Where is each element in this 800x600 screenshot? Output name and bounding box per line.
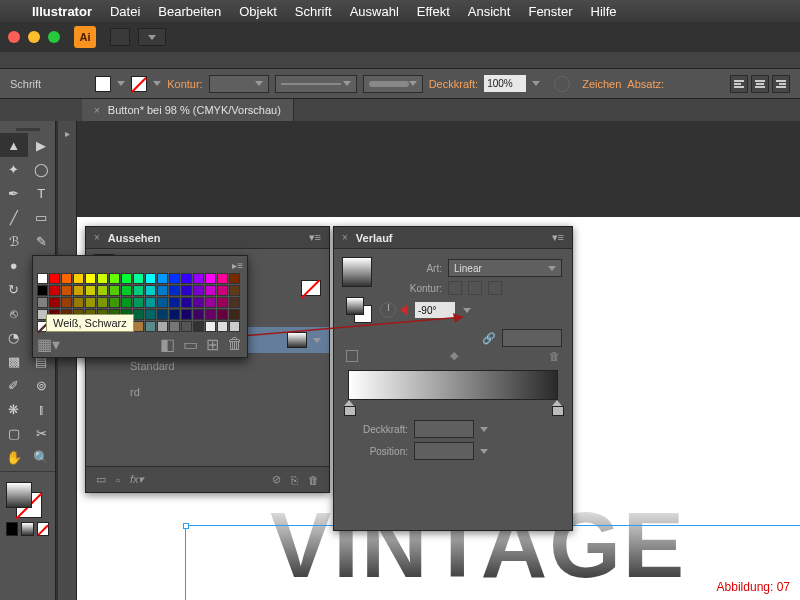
gradient-ramp[interactable] (348, 370, 558, 400)
align-left-button[interactable] (730, 75, 748, 93)
swatch-cell[interactable] (37, 297, 48, 308)
swatch-cell[interactable] (193, 321, 204, 332)
minimize-button[interactable] (28, 31, 40, 43)
blend-tool[interactable]: ⊚ (28, 373, 56, 397)
swatch-cell[interactable] (205, 297, 216, 308)
flaeche-swatch[interactable] (287, 332, 307, 348)
swatch-cell[interactable] (109, 273, 120, 284)
swatch-cell[interactable] (217, 285, 228, 296)
swatch-cell[interactable] (97, 285, 108, 296)
tab-close-icon[interactable]: × (94, 105, 100, 116)
zoom-tool[interactable]: 🔍 (28, 445, 56, 469)
swatch-cell[interactable] (157, 273, 168, 284)
grad-position-dd[interactable] (480, 449, 488, 454)
delete-button[interactable]: 🗑 (308, 474, 319, 486)
panel-close-icon-2[interactable]: × (342, 232, 348, 243)
menu-effekt[interactable]: Effekt (417, 4, 450, 19)
appearance-panel-header[interactable]: × Aussehen ▾≡ (86, 227, 329, 249)
swatch-cell[interactable] (229, 321, 240, 332)
align-right-button[interactable] (772, 75, 790, 93)
panel-close-icon[interactable]: × (94, 232, 100, 243)
artboard-tool[interactable]: ▢ (0, 421, 28, 445)
layout-dropdown[interactable] (138, 28, 166, 46)
selection-tool[interactable]: ▲ (0, 133, 28, 157)
color-mode-btn[interactable] (6, 522, 18, 536)
clear-button[interactable]: ⊘ (272, 473, 281, 486)
swatch-cell[interactable] (49, 285, 60, 296)
stroke-swatch[interactable] (131, 76, 147, 92)
swatch-cell[interactable] (133, 297, 144, 308)
stroke-grad-btn-2[interactable] (468, 281, 482, 295)
delete-swatch-button[interactable]: 🗑 (227, 335, 243, 353)
swatch-cell[interactable] (49, 273, 60, 284)
duplicate-button[interactable]: ⎘ (291, 474, 298, 486)
swatch-cell[interactable] (97, 273, 108, 284)
swatch-cell[interactable] (217, 309, 228, 320)
swatch-cell[interactable] (193, 309, 204, 320)
brush-tool[interactable]: ℬ (0, 229, 28, 253)
swatch-cell[interactable] (205, 321, 216, 332)
swatch-cell[interactable] (169, 309, 180, 320)
stroke-grad-btn-1[interactable] (448, 281, 462, 295)
panel-menu-icon-2[interactable]: ▾≡ (552, 231, 564, 244)
menu-objekt[interactable]: Objekt (239, 4, 277, 19)
swatch-cell[interactable] (145, 273, 156, 284)
close-button[interactable] (8, 31, 20, 43)
gradient-mode-btn[interactable] (21, 522, 33, 536)
swatch-cell[interactable] (217, 273, 228, 284)
swatch-cell[interactable] (205, 309, 216, 320)
swatch-cell[interactable] (205, 273, 216, 284)
selection-bounding-box[interactable] (185, 525, 800, 600)
swatches-menu-icon[interactable]: ▸≡ (232, 260, 243, 271)
flaeche-swatch-dd[interactable] (313, 338, 321, 343)
type-tool[interactable]: T (28, 181, 56, 205)
swatch-cell[interactable] (133, 309, 144, 320)
vw-profile-dd[interactable] (363, 75, 423, 93)
opacity-dd-icon[interactable] (532, 81, 540, 86)
new-stroke-button[interactable]: ▫ (116, 474, 120, 486)
swatch-cell[interactable] (157, 321, 168, 332)
swatch-cell[interactable] (61, 297, 72, 308)
swatch-cell[interactable] (121, 273, 132, 284)
menu-ansicht[interactable]: Ansicht (468, 4, 511, 19)
stroke-weight-dd[interactable] (209, 75, 269, 93)
swatch-cell[interactable] (73, 297, 84, 308)
swatch-cell[interactable] (181, 297, 192, 308)
swatch-cell[interactable] (85, 273, 96, 284)
grad-opacity-input[interactable] (414, 420, 474, 438)
gradient-preview-swatch[interactable] (342, 257, 372, 287)
lasso-tool[interactable]: ◯ (28, 157, 56, 181)
kontur-swatch[interactable] (301, 280, 321, 296)
swatch-options-button[interactable]: ◧ (160, 335, 175, 354)
zoom-button[interactable] (48, 31, 60, 43)
gradient-stop-1[interactable] (344, 400, 354, 412)
menu-fenster[interactable]: Fenster (528, 4, 572, 19)
swatch-cell[interactable] (181, 285, 192, 296)
none-mode-btn[interactable] (37, 522, 49, 536)
opacity-input[interactable]: 100% (484, 75, 526, 92)
width-tool[interactable]: ⎋ (0, 301, 28, 325)
menu-auswahl[interactable]: Auswahl (350, 4, 399, 19)
swatch-cell[interactable] (133, 273, 144, 284)
swatch-cell[interactable] (157, 309, 168, 320)
new-swatch-button[interactable]: ⊞ (206, 335, 219, 354)
shape-builder-tool[interactable]: ◔ (0, 325, 28, 349)
swatch-cell[interactable] (181, 273, 192, 284)
swatch-cell[interactable] (217, 321, 228, 332)
graph-tool[interactable]: ⫿ (28, 397, 56, 421)
recolor-button[interactable] (554, 76, 570, 92)
appearance-extra-row[interactable]: rd (86, 379, 329, 405)
menu-hilfe[interactable]: Hilfe (591, 4, 617, 19)
symbol-spray-tool[interactable]: ❋ (0, 397, 28, 421)
delete-stop-button[interactable]: 🗑 (549, 350, 560, 362)
sel-handle-nw[interactable] (183, 523, 189, 529)
swatch-cell[interactable] (181, 321, 192, 332)
swatch-cell[interactable] (133, 285, 144, 296)
swatch-cell[interactable] (181, 309, 192, 320)
panel-gripper[interactable] (0, 125, 55, 133)
swatch-cell[interactable] (97, 297, 108, 308)
swatch-cell[interactable] (109, 297, 120, 308)
swatch-cell[interactable] (145, 297, 156, 308)
magic-wand-tool[interactable]: ✦ (0, 157, 28, 181)
new-group-button[interactable]: ▭ (183, 335, 198, 354)
